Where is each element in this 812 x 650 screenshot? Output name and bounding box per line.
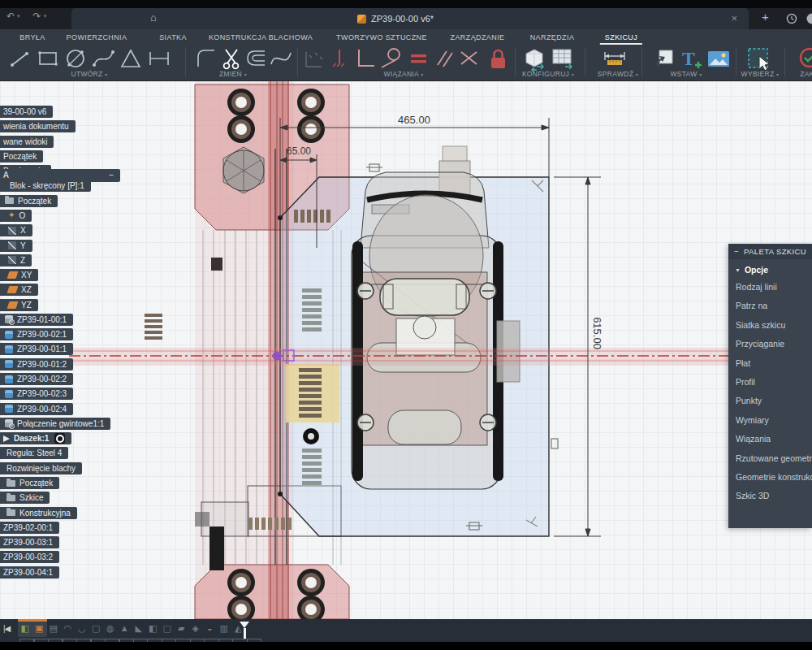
parallel-constraint-icon[interactable]	[432, 46, 458, 72]
measure-tool-icon[interactable]	[601, 46, 628, 73]
group-label-inspect[interactable]: SPRAWDŹ ▾	[598, 70, 638, 78]
browser-item-zp39-00-01-2[interactable]: ZP39-00-01:2	[0, 358, 73, 370]
timeline-position-marker[interactable]	[240, 622, 250, 639]
dimension-tool-icon[interactable]	[146, 46, 172, 72]
timeline-feature-icon[interactable]: ◡	[75, 622, 89, 635]
new-tab-button[interactable]: +	[762, 10, 769, 24]
insert-image-icon[interactable]	[705, 46, 732, 73]
midpoint-constraint-icon[interactable]	[456, 46, 482, 72]
history-icon[interactable]	[784, 11, 799, 26]
redo-button[interactable]: ↷	[33, 11, 41, 22]
ribbon-tab-tworzywo-sztuczne[interactable]: TWORZYWO SZTUCZNE	[336, 33, 427, 41]
group-label-create[interactable]: UTWÓRZ ▾	[71, 70, 107, 78]
timeline-feature-icon[interactable]: ▤	[46, 622, 61, 635]
ribbon-tab-powierzchnia[interactable]: POWIERZCHNIA	[67, 33, 127, 41]
browser-item-wienia-dokumentu[interactable]: wienia dokumentu	[0, 120, 76, 132]
tangent-constraint-icon[interactable]	[378, 46, 404, 72]
home-icon[interactable]: ⌂	[150, 11, 157, 24]
viewport-canvas[interactable]: 465.00 65.00 615.00 39-00-00 v6wienia do…	[0, 81, 812, 619]
ribbon-tab-konstrukcja-blachowa[interactable]: KONSTRUKCJA BLACHOWA	[209, 33, 313, 41]
browser-item-zp39-02-00-1[interactable]: ZP39-02-00:1	[0, 522, 59, 534]
browser-item-wane-widoki[interactable]: wane widoki	[0, 136, 54, 148]
browser-item-zp39-01-00-1[interactable]: ZP39-01-00:1	[0, 314, 73, 326]
finish-sketch-icon[interactable]	[796, 46, 812, 73]
spline-tool-icon[interactable]	[91, 46, 117, 72]
timeline-feature-icon[interactable]: ▣	[32, 622, 47, 635]
ribbon-tab-zarz-dzanie[interactable]: ZARZĄDZANIE	[451, 33, 505, 41]
line-tool-icon[interactable]	[8, 46, 34, 72]
trim-scissors-icon[interactable]	[218, 46, 245, 73]
curve-tool-icon[interactable]	[268, 46, 294, 72]
browser-item-zp39-00-02-3[interactable]: ZP39-00-02:3	[0, 388, 73, 400]
browser-item-zp39-00-02-4[interactable]: ZP39-00-02:4	[0, 403, 73, 415]
timeline-feature-icon[interactable]: ◍	[103, 622, 118, 635]
group-label-finish[interactable]: ZAK	[800, 70, 812, 78]
configure-table-icon[interactable]	[549, 46, 577, 73]
fix-constraint-icon[interactable]	[326, 46, 352, 72]
timeline-feature-icon[interactable]: ◣	[132, 622, 146, 635]
group-label-modify[interactable]: ZMIEŃ ▾	[219, 70, 247, 78]
group-label-constraints[interactable]: WIĄZANIA ▾	[384, 70, 424, 78]
group-label-configure[interactable]: KONFIGURUJ ▾	[522, 70, 574, 78]
timeline-skip-start-button[interactable]: |◀	[3, 624, 10, 633]
browser-item-y[interactable]: Y	[0, 240, 32, 252]
browser-item-o[interactable]: ✦O	[0, 210, 32, 222]
palette-item-rzutowane-geometrie[interactable]: Rzutowane geometrie	[728, 449, 812, 468]
browser-item-z[interactable]: Z	[0, 254, 32, 266]
palette-item-wymiary[interactable]: Wymiary	[728, 411, 812, 430]
polygon-tool-icon[interactable]	[119, 46, 145, 72]
timeline-feature-icon[interactable]: ▥	[217, 622, 231, 635]
sketch-scale-icon[interactable]	[302, 46, 328, 72]
timeline-feature-icon[interactable]: ▰	[175, 622, 189, 635]
timeline-feature-icon[interactable]: ◒	[203, 622, 218, 635]
palette-item-siatka-szkicu[interactable]: Siatka szkicu	[728, 316, 812, 335]
browser-item-połączenie-gwintowe1-1[interactable]: Połączenie gwintowe1:1	[0, 418, 110, 430]
model-scene[interactable]: 465.00 65.00 615.00	[0, 81, 812, 619]
palette-item-szkic-3d[interactable]: Szkic 3D	[728, 487, 812, 505]
browser-item-konstrukcyjna[interactable]: Konstrukcyjna	[0, 507, 77, 519]
ribbon-tab-szkicuj[interactable]: SZKICUJ	[605, 33, 637, 41]
browser-item-zp39-00-01-1[interactable]: ZP39-00-01:1	[0, 343, 73, 355]
undo-dropdown-caret[interactable]: ▾	[17, 13, 20, 20]
browser-item-początek[interactable]: Początek	[0, 477, 59, 489]
palette-item-patrz-na[interactable]: Patrz na	[728, 297, 812, 315]
configure-body-icon[interactable]	[520, 46, 548, 73]
palette-item-rodzaj-linii[interactable]: Rodzaj linii	[728, 278, 812, 297]
browser-item-zp39-00-03-2[interactable]: ZP39-00-03:2	[0, 551, 59, 563]
browser-item-xz[interactable]: XZ	[0, 284, 38, 296]
visibility-ring-icon[interactable]	[54, 433, 65, 444]
undo-button[interactable]: ↶	[6, 11, 15, 22]
selected-point[interactable]	[273, 352, 282, 361]
browser-item-początek[interactable]: Początek	[0, 195, 58, 207]
browser-item-yz[interactable]: YZ	[0, 299, 38, 311]
timeline-feature-icon[interactable]: ▲	[118, 622, 132, 635]
lock-constraint-icon[interactable]	[484, 46, 512, 73]
ribbon-tab-bry-a[interactable]: BRYŁA	[19, 33, 45, 41]
browser-item-39-00-00-v6[interactable]: 39-00-00 v6	[0, 106, 53, 118]
insert-text-icon[interactable]: T	[679, 46, 706, 73]
ribbon-tab-siatka[interactable]: SIATKA	[159, 33, 187, 41]
ribbon-tab-narz-dzia[interactable]: NARZĘDZIA	[530, 33, 575, 41]
browser-item-zp39-00-02-2[interactable]: ZP39-00-02:2	[0, 373, 73, 385]
timeline-feature-icon[interactable]: ◧	[18, 622, 32, 635]
browser-item-początek[interactable]: Początek	[0, 150, 43, 162]
palette-item-wiązania[interactable]: Wiązania	[728, 430, 812, 448]
collapse-icon[interactable]: −	[109, 169, 114, 182]
browser-item-xy[interactable]: XY	[0, 269, 38, 281]
group-label-select[interactable]: WYBIERZ ▾	[741, 70, 780, 78]
perpendicular-constraint-icon[interactable]	[352, 46, 378, 72]
group-label-insert[interactable]: WSTAW ▾	[670, 70, 702, 78]
palette-section-options[interactable]: ▼ Opcje	[728, 259, 812, 278]
browser-header[interactable]: A −	[0, 169, 120, 182]
circle-tool-icon[interactable]	[63, 46, 89, 72]
offset-tool-icon[interactable]	[244, 46, 270, 72]
decal-icon[interactable]	[651, 46, 679, 73]
timeline-feature-icon[interactable]: ◈	[188, 622, 203, 635]
timeline-feature-icon[interactable]: ◧	[146, 622, 161, 635]
palette-item-płat[interactable]: Płat	[728, 354, 812, 373]
timeline-feature-icon[interactable]: ▢	[89, 622, 104, 635]
timeline-feature-icon[interactable]: ▢	[160, 622, 175, 635]
browser-item-szkice[interactable]: Szkice	[0, 492, 50, 504]
rectangle-tool-icon[interactable]	[36, 46, 62, 72]
browser-item-zp39-00-03-1[interactable]: ZP39-00-03:1	[0, 536, 59, 548]
